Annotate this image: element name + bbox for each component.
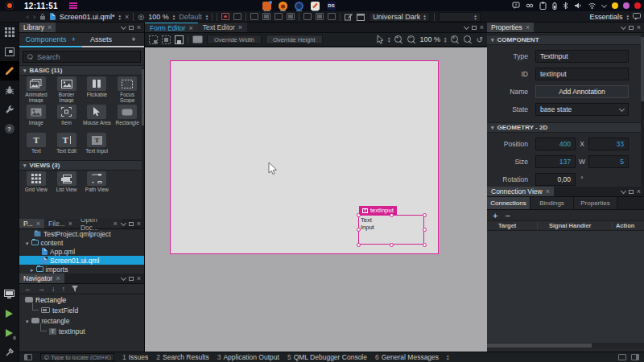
wifi-icon[interactable]	[588, 2, 597, 10]
snap-anchors-icon[interactable]	[162, 35, 171, 44]
resize-handle[interactable]	[357, 228, 361, 232]
design-mode-icon[interactable]	[0, 61, 19, 80]
close-icon[interactable]	[238, 23, 242, 31]
editor-zoom-value[interactable]: 100 %	[148, 13, 169, 21]
screenshot-icon[interactable]	[233, 13, 242, 20]
volume-icon[interactable]	[574, 2, 582, 10]
resize-handle[interactable]	[390, 213, 394, 217]
open-documents-tab[interactable]: Open Doc...	[76, 219, 122, 228]
toggle-right-sidebar-icon[interactable]	[631, 354, 639, 360]
welcome-mode-icon[interactable]	[0, 23, 19, 42]
close-icon[interactable]	[47, 23, 52, 31]
undock-icon[interactable]	[129, 222, 134, 226]
size-w-field[interactable]: 137	[535, 155, 576, 168]
component-text-edit[interactable]: Text Edit	[52, 133, 82, 159]
tree-item-project[interactable]: TestProject.qmlproject	[19, 229, 144, 238]
rotation-field[interactable]: 0,00	[535, 173, 576, 186]
add-module-button[interactable]: +	[72, 35, 76, 43]
calendar-icon[interactable]	[357, 13, 365, 21]
chevron-down-icon[interactable]	[121, 274, 126, 280]
edit-annotation-icon[interactable]	[345, 13, 353, 21]
build-button[interactable]	[0, 343, 19, 362]
resize-handle[interactable]	[423, 228, 427, 232]
action-column-header[interactable]: Action	[612, 222, 644, 229]
zoom-in-icon[interactable]	[394, 35, 403, 44]
general-messages-pane-button[interactable]: 6General Messages	[375, 353, 439, 361]
workspace-c-icon[interactable]	[328, 13, 336, 20]
debug-run-button[interactable]	[0, 323, 19, 343]
filter-icon[interactable]	[72, 286, 78, 292]
bindings-tab[interactable]: Bindings	[530, 197, 574, 209]
component-section-header[interactable]: COMPONENT	[487, 35, 644, 45]
override-height-field[interactable]: Override Height	[266, 35, 323, 44]
battery-icon[interactable]	[552, 2, 557, 10]
notification-icon[interactable]	[512, 2, 520, 10]
component-focus-scope[interactable]: Focus Scope	[112, 76, 142, 103]
resize-handle[interactable]	[423, 243, 427, 247]
canvas-zoom-arrows-icon[interactable]	[444, 36, 447, 43]
library-scrollbar[interactable]	[142, 68, 144, 219]
purple-dot-icon[interactable]	[623, 2, 630, 9]
id-field[interactable]: textInput	[535, 68, 629, 80]
move-down-icon[interactable]: ↓	[52, 285, 56, 293]
dock-design-studio-icon[interactable]: DS	[327, 2, 336, 10]
position-x-field[interactable]: 400	[535, 138, 576, 150]
projects-tab[interactable]: P...	[19, 219, 44, 228]
snap-margins-icon[interactable]	[175, 35, 184, 44]
signal-handler-column-header[interactable]: Signal Handler	[537, 222, 612, 229]
design-canvas[interactable]: textInput Text Input	[145, 47, 487, 352]
assets-tab[interactable]: Assets+	[82, 33, 145, 47]
close-icon[interactable]	[68, 220, 72, 228]
edit-mode-icon[interactable]	[0, 42, 19, 61]
workspace-b-icon[interactable]	[316, 13, 324, 20]
component-animated-image[interactable]: Animated Image	[21, 76, 52, 103]
tree-item-app-qml[interactable]: App.qml	[19, 247, 144, 256]
undock-icon[interactable]	[472, 26, 477, 30]
close-icon[interactable]	[188, 24, 192, 32]
dock-bottom-view-icon[interactable]	[262, 13, 270, 20]
tree-item-screen01[interactable]: Screen01.ui.qml	[19, 256, 144, 265]
chevron-down-icon[interactable]	[121, 220, 126, 225]
close-icon[interactable]	[637, 23, 641, 31]
add-connection-button[interactable]: +	[493, 211, 497, 220]
locator-input[interactable]: Type to locate (Ctrl+K)	[40, 353, 114, 361]
close-icon[interactable]	[137, 23, 141, 31]
properties-scrollbar[interactable]	[641, 34, 644, 187]
override-width-field[interactable]: Override Width	[207, 35, 262, 44]
resize-handle[interactable]	[357, 213, 361, 217]
tray-chevron-down-icon[interactable]	[601, 2, 607, 7]
move-up-icon[interactable]: ↑	[62, 285, 66, 293]
component-path-view[interactable]: Path View	[82, 171, 113, 198]
close-icon[interactable]	[526, 23, 530, 31]
resize-handle[interactable]	[423, 213, 427, 217]
nav-item-textfield[interactable]: textField	[19, 305, 144, 315]
undock-icon[interactable]	[129, 277, 134, 281]
empty-selector[interactable]	[439, 12, 481, 22]
file-selector-arrows-icon[interactable]	[119, 14, 122, 20]
show-bounds-icon[interactable]	[192, 35, 203, 43]
feedback-icon[interactable]	[633, 13, 641, 20]
properties-tab[interactable]: Properties	[487, 23, 534, 32]
record-icon[interactable]	[221, 13, 229, 20]
tool-arrows-icon[interactable]	[388, 36, 390, 43]
move-right-icon[interactable]: →	[38, 285, 45, 293]
lock-icon[interactable]	[39, 13, 46, 20]
zoom-indicator-icon[interactable]: ◎	[138, 13, 144, 21]
kit-name[interactable]: Essentials	[589, 13, 622, 21]
run-config-value[interactable]: Default	[179, 13, 202, 21]
progress-indicator-icon[interactable]	[618, 354, 626, 360]
close-icon[interactable]	[546, 187, 550, 195]
size-h-field[interactable]: 5	[588, 155, 629, 168]
style-selector[interactable]: Universal Dark	[369, 12, 430, 22]
component-mouse-area[interactable]: Mouse Area	[82, 105, 113, 131]
application-output-pane-button[interactable]: 3Application Output	[217, 353, 279, 361]
component-grid-view[interactable]: Grid View	[21, 171, 52, 198]
close-file-icon[interactable]	[125, 13, 129, 21]
add-annotation-button[interactable]: Add Annotation	[535, 85, 629, 98]
navigator-tab[interactable]: Navigator	[19, 274, 64, 283]
geometry-section-header[interactable]: GEOMETRY - 2D	[487, 122, 644, 133]
file-system-tab[interactable]: File...	[44, 219, 76, 228]
move-left-icon[interactable]: ←	[24, 285, 31, 293]
connections-table-body[interactable]	[487, 231, 644, 343]
position-y-field[interactable]: 33	[588, 138, 629, 150]
